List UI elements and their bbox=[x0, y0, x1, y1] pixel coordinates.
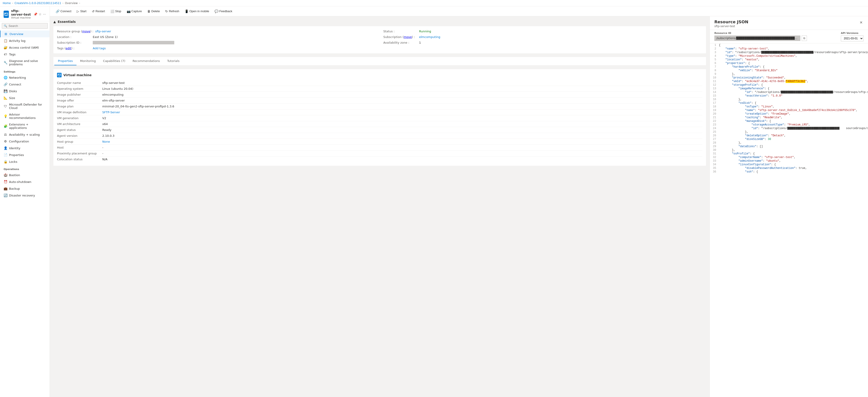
sidebar-item-size[interactable]: 📐 Size bbox=[0, 95, 50, 101]
sidebar-item-tags[interactable]: 🏷 Tags bbox=[0, 51, 50, 58]
capture-label: Capture bbox=[131, 9, 142, 13]
advisor-icon: 💡 bbox=[4, 114, 7, 118]
sidebar-label-diagnose: Diagnose and solve problems bbox=[9, 59, 46, 66]
essentials-header: ▲ Essentials bbox=[53, 20, 706, 24]
sidebar-item-properties[interactable]: 📄 Properties bbox=[0, 152, 50, 158]
json-code-line: 18 "osType": "Linux", bbox=[710, 105, 868, 108]
restart-button[interactable]: ↺ Restart bbox=[90, 8, 107, 14]
essentials-toggle-icon[interactable]: ▲ bbox=[53, 20, 56, 24]
json-code-line: 7 "hardwareProfile": { bbox=[710, 65, 868, 69]
sidebar-item-connect[interactable]: 🔗 Connect bbox=[0, 81, 50, 88]
capture-button[interactable]: 📷 Capture bbox=[124, 8, 144, 14]
sidebar-item-disks[interactable]: 💾 Disks bbox=[0, 88, 50, 95]
rg-link[interactable]: sftp-server bbox=[95, 30, 111, 33]
move-sub-link[interactable]: move bbox=[404, 35, 412, 39]
properties-icon: 📄 bbox=[4, 153, 7, 157]
sidebar-item-advisor[interactable]: 💡 Advisor recommendations bbox=[0, 111, 50, 121]
json-close-button[interactable]: ✕ bbox=[859, 20, 864, 26]
essentials-row-az: Availability zone : 1 bbox=[383, 40, 702, 45]
sub-link[interactable]: elmcomputing bbox=[419, 35, 440, 39]
json-panel: Resource JSON sftp-server-test ✕ Resourc… bbox=[710, 16, 868, 397]
json-line-number: 10 bbox=[710, 76, 719, 79]
svg-rect-9 bbox=[60, 75, 60, 75]
prop-label-host: Host bbox=[57, 146, 102, 149]
json-line-content: }, bbox=[719, 148, 735, 152]
identity-icon: 👤 bbox=[4, 146, 7, 150]
move-rg-link[interactable]: move bbox=[82, 30, 90, 33]
sidebar-item-configuration[interactable]: ⚙ Configuration bbox=[0, 138, 50, 145]
search-input[interactable] bbox=[9, 24, 46, 28]
json-code-line: 17 "osDisk": { bbox=[710, 101, 868, 105]
breadcrumb-home[interactable]: Home bbox=[3, 2, 11, 5]
prop-row-vm-gen: VM generation V2 bbox=[57, 115, 702, 121]
tab-capabilities[interactable]: Capabilities (7) bbox=[99, 57, 129, 65]
json-code-line: 2 "name": "sftp-server-test", bbox=[710, 47, 868, 51]
json-code-line: 36 "ssh": { bbox=[710, 170, 868, 174]
breadcrumb-createvm[interactable]: CreateVm-1.0.0-20231001114511 bbox=[14, 2, 61, 5]
pin-icon[interactable]: 📌 bbox=[33, 12, 37, 16]
json-code-line: 21 "caching": "ReadWrite", bbox=[710, 116, 868, 120]
sidebar-item-bastion[interactable]: 🏰 Bastion bbox=[0, 172, 50, 178]
json-line-number: 8 bbox=[710, 69, 719, 72]
vm-image-def-link[interactable]: SFTP-Server bbox=[102, 110, 120, 114]
sidebar-item-auto-shutdown[interactable]: ⏰ Auto-shutdown bbox=[0, 178, 50, 185]
json-line-number: 4 bbox=[710, 55, 719, 58]
host-group-link[interactable]: None bbox=[102, 140, 110, 143]
stop-button[interactable]: ⬜ Stop bbox=[108, 8, 124, 14]
tab-recommendations[interactable]: Recommendations bbox=[129, 57, 164, 65]
prop-label-agent-ver: Agent version bbox=[57, 134, 102, 137]
more-icon[interactable]: ··· bbox=[43, 12, 46, 16]
delete-button[interactable]: 🗑 Delete bbox=[145, 8, 162, 14]
json-code-area[interactable]: 1{2 "name": "sftp-server-test",3 "id": "… bbox=[710, 43, 868, 397]
sidebar-item-extensions[interactable]: 🧩 Extensions + applications bbox=[0, 121, 50, 131]
sidebar-item-overview[interactable]: ⊞ Overview bbox=[0, 31, 50, 37]
sidebar-item-disaster-recovery[interactable]: 🔄 Disaster recovery bbox=[0, 192, 50, 199]
json-code-line: 3 "id": "/subscriptions/████████████████… bbox=[710, 51, 868, 54]
svg-rect-4 bbox=[6, 15, 6, 16]
prop-value-os: Linux (ubuntu 20.04) bbox=[102, 87, 133, 91]
favorite-icon[interactable]: ☆ bbox=[39, 12, 42, 16]
stop-tb-icon: ⬜ bbox=[111, 9, 114, 13]
tab-monitoring[interactable]: Monitoring bbox=[76, 57, 99, 65]
sidebar-item-activity-log[interactable]: 📋 Activity log bbox=[0, 37, 50, 44]
json-line-number: 24 bbox=[710, 127, 719, 130]
sidebar: sftp-server-test Virtual machine 📌 ☆ ···… bbox=[0, 6, 50, 397]
json-code-line: 6 "properties": { bbox=[710, 62, 868, 65]
essentials-label-status: Status : bbox=[383, 30, 417, 33]
edit-tags-link[interactable]: edit bbox=[66, 46, 71, 50]
tab-tutorials[interactable]: Tutorials bbox=[164, 57, 183, 65]
essentials-value-subscription: elmcomputing bbox=[419, 35, 440, 39]
sidebar-search-box[interactable]: 🔍 bbox=[2, 23, 48, 29]
start-button[interactable]: ▷ Start bbox=[74, 8, 89, 14]
api-version-select[interactable]: 2021-03-01 2020-12-01 2020-06-01 bbox=[841, 35, 864, 41]
sidebar-item-defender[interactable]: 🛡 Microsoft Defender for Cloud bbox=[0, 101, 50, 111]
json-line-number: 23 bbox=[710, 123, 719, 126]
feedback-button[interactable]: 💬 Feedback bbox=[212, 8, 235, 14]
essentials-title: Essentials bbox=[58, 20, 76, 24]
sidebar-header-icons[interactable]: 📌 ☆ ··· bbox=[33, 12, 46, 16]
add-tags-link[interactable]: Add tags bbox=[93, 46, 106, 50]
refresh-button[interactable]: ↻ Refresh bbox=[163, 8, 182, 14]
sidebar-item-access-control[interactable]: 🔐 Access control (IAM) bbox=[0, 44, 50, 51]
delete-tb-icon: 🗑 bbox=[147, 9, 151, 13]
essentials-label-tags: Tags (edit) : bbox=[57, 46, 91, 50]
json-resource-id-label: Resource ID bbox=[714, 32, 807, 35]
sidebar-item-diagnose[interactable]: 🔧 Diagnose and solve problems bbox=[0, 58, 50, 68]
sidebar-item-identity[interactable]: 👤 Identity bbox=[0, 145, 50, 152]
json-line-number: 2 bbox=[710, 47, 719, 51]
json-line-content: "caching": "ReadWrite", bbox=[719, 116, 782, 119]
prop-label-ppg: Proximity placement group bbox=[57, 152, 102, 155]
connect-button[interactable]: 🔗 Connect bbox=[53, 8, 73, 14]
json-code-line: 33 "adminUsername": "ubuntu", bbox=[710, 159, 868, 163]
json-copy-button[interactable]: ⧉ bbox=[802, 35, 807, 41]
json-line-content: "name": "sftp-server-test", bbox=[719, 47, 769, 51]
sidebar-label-backup: Backup bbox=[9, 187, 20, 190]
prop-label-vm-gen: VM generation bbox=[57, 117, 102, 120]
sidebar-item-availability[interactable]: ⚖ Availability + scaling bbox=[0, 131, 50, 138]
json-code-line: 24 "id": "/subscriptions/███████████████… bbox=[710, 127, 868, 130]
sidebar-item-locks[interactable]: 🔒 Locks bbox=[0, 158, 50, 165]
sidebar-item-backup[interactable]: 💼 Backup bbox=[0, 185, 50, 192]
sidebar-item-networking[interactable]: 🌐 Networking bbox=[0, 74, 50, 81]
tab-properties[interactable]: Properties bbox=[54, 57, 76, 65]
open-mobile-button[interactable]: 📱 Open in mobile bbox=[182, 8, 211, 14]
